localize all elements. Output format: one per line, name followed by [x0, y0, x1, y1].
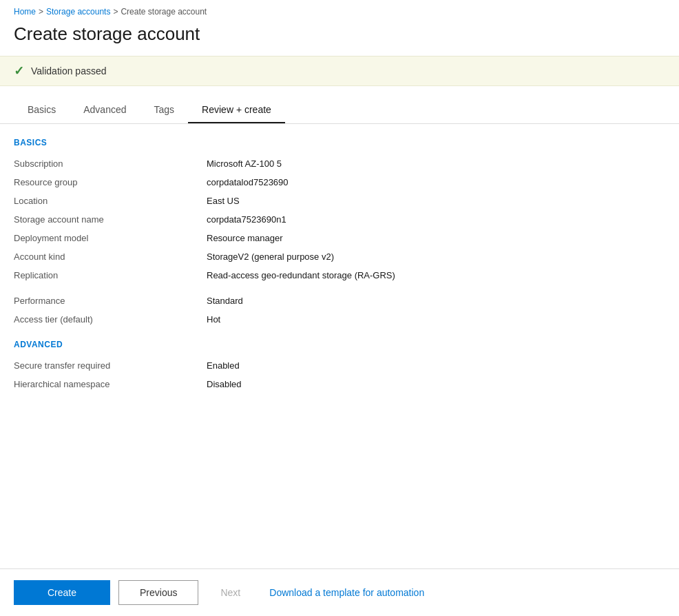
section-header-advanced: ADVANCED [14, 340, 665, 349]
row-account-kind: Account kind StorageV2 (general purpose … [14, 247, 665, 266]
section-header-basics: BASICS [14, 138, 665, 147]
breadcrumb-current: Create storage account [121, 7, 207, 17]
label-access-tier: Access tier (default) [14, 314, 207, 325]
validation-text: Validation passed [31, 65, 106, 76]
row-performance: Performance Standard [14, 291, 665, 310]
label-hierarchical-namespace: Hierarchical namespace [14, 379, 207, 389]
row-hierarchical-namespace: Hierarchical namespace Disabled [14, 375, 665, 393]
value-account-kind: StorageV2 (general purpose v2) [207, 251, 665, 262]
previous-button[interactable]: Previous [118, 580, 198, 605]
label-deployment-model: Deployment model [14, 233, 207, 243]
spacer-1 [14, 285, 665, 291]
tabs-container: Basics Advanced Tags Review + create [0, 97, 679, 124]
row-replication: Replication Read-access geo-redundant st… [14, 266, 665, 285]
value-replication: Read-access geo-redundant storage (RA-GR… [207, 270, 665, 280]
label-location: Location [14, 196, 207, 206]
create-button[interactable]: Create [14, 580, 110, 605]
row-secure-transfer: Secure transfer required Enabled [14, 356, 665, 375]
value-resource-group: corpdatalod7523690 [207, 177, 665, 187]
label-storage-account-name: Storage account name [14, 214, 207, 225]
content-area: BASICS Subscription Microsoft AZ-100 5 R… [0, 138, 679, 393]
value-access-tier: Hot [207, 314, 665, 325]
row-subscription: Subscription Microsoft AZ-100 5 [14, 154, 665, 173]
value-performance: Standard [207, 296, 665, 306]
value-secure-transfer: Enabled [207, 360, 665, 371]
label-performance: Performance [14, 296, 207, 306]
row-access-tier: Access tier (default) Hot [14, 310, 665, 329]
next-button: Next [207, 581, 254, 604]
page-title: Create storage account [0, 21, 679, 56]
download-template-link[interactable]: Download a template for automation [269, 587, 424, 598]
tab-basics[interactable]: Basics [14, 97, 70, 123]
breadcrumb: Home > Storage accounts > Create storage… [0, 0, 679, 21]
breadcrumb-sep2: > [113, 7, 118, 17]
row-location: Location East US [14, 192, 665, 210]
checkmark-icon: ✓ [14, 63, 24, 79]
value-hierarchical-namespace: Disabled [207, 379, 665, 389]
breadcrumb-sep1: > [39, 7, 43, 17]
breadcrumb-home[interactable]: Home [14, 7, 36, 17]
row-storage-account-name: Storage account name corpdata7523690n1 [14, 210, 665, 229]
label-resource-group: Resource group [14, 177, 207, 187]
label-secure-transfer: Secure transfer required [14, 360, 207, 371]
value-location: East US [207, 196, 665, 206]
label-replication: Replication [14, 270, 207, 280]
breadcrumb-storage-accounts[interactable]: Storage accounts [46, 7, 110, 17]
label-account-kind: Account kind [14, 251, 207, 262]
tab-advanced[interactable]: Advanced [70, 97, 140, 123]
value-subscription: Microsoft AZ-100 5 [207, 158, 665, 169]
tab-tags[interactable]: Tags [140, 97, 189, 123]
value-deployment-model: Resource manager [207, 233, 665, 243]
validation-banner: ✓ Validation passed [0, 56, 679, 86]
label-subscription: Subscription [14, 158, 207, 169]
row-resource-group: Resource group corpdatalod7523690 [14, 173, 665, 192]
value-storage-account-name: corpdata7523690n1 [207, 214, 665, 225]
row-deployment-model: Deployment model Resource manager [14, 229, 665, 247]
tab-review-create[interactable]: Review + create [188, 97, 285, 123]
footer: Create Previous Next Download a template… [0, 568, 679, 616]
